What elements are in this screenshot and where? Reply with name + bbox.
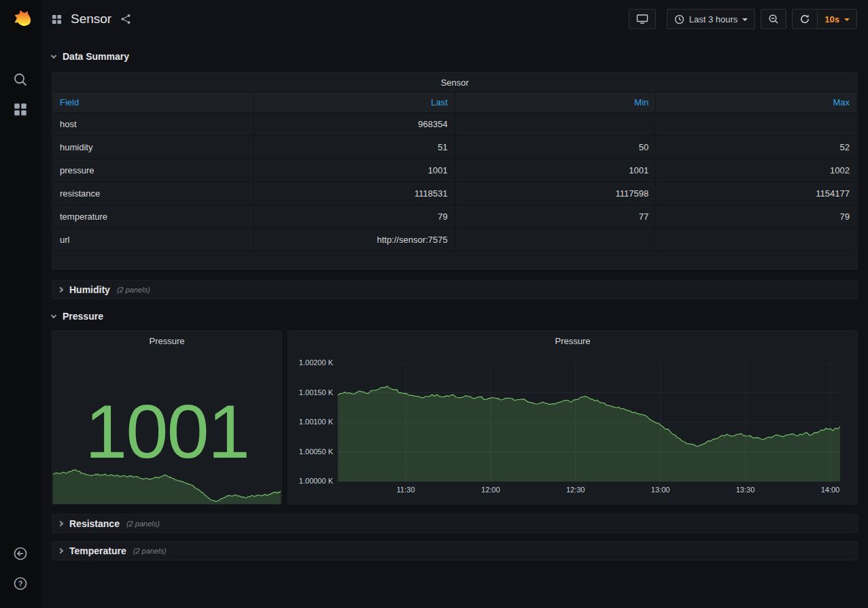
- table-cell: 50: [455, 136, 656, 159]
- grafana-app: ? Sensor: [0, 0, 868, 608]
- table-cell: humidity: [53, 136, 254, 159]
- row-header-temperature[interactable]: Temperature (2 panels): [52, 541, 858, 560]
- table-cell: 79: [656, 205, 857, 229]
- pressure-panel-row: Pressure 1001 Pressure 1.00200 K1.00150 …: [52, 331, 858, 505]
- dashboard-title[interactable]: Sensor: [71, 12, 111, 27]
- table-cell: 1001: [254, 159, 455, 182]
- x-axis-tick-label: 13:30: [736, 486, 755, 494]
- tv-mode-button[interactable]: [629, 9, 656, 29]
- table-cell: temperature: [53, 205, 254, 229]
- time-range-picker[interactable]: Last 3 hours: [667, 9, 756, 29]
- zoom-out-icon: [768, 14, 779, 24]
- x-axis-tick-label: 11:30: [397, 486, 415, 494]
- chevron-right-icon: [58, 287, 63, 292]
- column-header-last[interactable]: Last: [254, 92, 455, 113]
- table-cell: 1118531: [254, 182, 455, 205]
- row-label: Temperature: [69, 545, 126, 556]
- chevron-down-icon: [51, 52, 56, 58]
- table-cell: 77: [455, 205, 656, 229]
- help-icon: ?: [13, 576, 28, 591]
- chevron-right-icon: [58, 548, 63, 554]
- row-header-resistance[interactable]: Resistance (2 panels): [52, 514, 858, 533]
- table-row: humidity515052: [53, 136, 857, 159]
- refresh-icon: [799, 14, 810, 24]
- row-label: Resistance: [69, 518, 120, 529]
- sensor-table-body: host968354humidity515052pressure10011001…: [53, 113, 857, 252]
- svg-text:?: ?: [18, 579, 23, 588]
- table-cell: http://sensor:7575: [254, 229, 455, 252]
- table-cell: [455, 113, 656, 136]
- row-header-data-summary[interactable]: Data Summary: [52, 48, 858, 65]
- y-axis-tick-label: 1.00200 K: [299, 358, 333, 367]
- top-navbar: Sensor Last 3 h: [41, 0, 868, 38]
- x-axis-tick-label: 12:30: [566, 486, 585, 494]
- table-cell: [656, 113, 857, 136]
- sensor-table: FieldLastMinMax host968354humidity515052…: [52, 92, 857, 252]
- table-row: urlhttp://sensor:7575: [53, 229, 857, 252]
- x-axis-tick-label: 13:00: [651, 486, 670, 494]
- table-cell: 1154177: [656, 182, 857, 205]
- sidebar-item-dashboards[interactable]: [0, 95, 41, 124]
- panel-title[interactable]: Pressure: [288, 331, 857, 350]
- column-header-max[interactable]: Max: [656, 92, 857, 113]
- sensor-table-head: FieldLastMinMax: [53, 92, 857, 113]
- sidebar-item-sign-in[interactable]: [0, 539, 41, 569]
- table-cell: [455, 229, 656, 252]
- navbar-left: Sensor: [52, 12, 131, 27]
- table-row: pressure100110011002: [53, 159, 857, 182]
- table-cell: host: [53, 113, 254, 136]
- sensor-table-head-row: FieldLastMinMax: [53, 92, 857, 113]
- dashboard-canvas: Data Summary Sensor FieldLastMinMax host…: [41, 38, 868, 608]
- table-cell: 1117598: [455, 182, 656, 205]
- pressure-stat-panel: Pressure 1001: [52, 331, 282, 505]
- caret-down-icon: [844, 18, 850, 21]
- time-range-label: Last 3 hours: [689, 14, 738, 24]
- row-label: Data Summary: [63, 51, 129, 62]
- sidebar-item-search[interactable]: [0, 65, 41, 95]
- table-cell: 1001: [455, 159, 656, 182]
- table-row: temperature797779: [53, 205, 857, 229]
- sidebar: ?: [0, 0, 41, 608]
- table-cell: resistance: [53, 182, 254, 205]
- row-panel-count: (2 panels): [126, 520, 160, 528]
- row-panel-count: (2 panels): [117, 286, 150, 294]
- sidebar-item-help[interactable]: ?: [0, 569, 41, 598]
- stat-sparkline: [53, 465, 281, 504]
- main-area: Sensor Last 3 h: [41, 0, 868, 608]
- table-cell: [656, 229, 857, 252]
- grafana-logo-icon: [7, 7, 33, 33]
- table-cell: 1002: [656, 159, 857, 182]
- refresh-interval-picker[interactable]: 10s: [817, 9, 857, 29]
- pressure-graph-xaxis: 11:3012:0012:3013:0013:3014:00: [338, 486, 840, 496]
- refresh-button-group: 10s: [792, 9, 857, 29]
- apps-icon: [52, 14, 62, 24]
- sidebar-bottom: ?: [0, 539, 41, 598]
- grafana-logo[interactable]: [7, 6, 34, 33]
- clock-icon: [674, 14, 684, 24]
- pressure-graph-plot[interactable]: [338, 363, 840, 482]
- table-cell: url: [53, 229, 254, 252]
- y-axis-tick-label: 1.00150 K: [299, 388, 333, 396]
- row-header-humidity[interactable]: Humidity (2 panels): [52, 280, 858, 299]
- stat-value: 1001: [52, 394, 281, 470]
- pressure-graph-yaxis: 1.00200 K1.00150 K1.00100 K1.00050 K1.00…: [288, 363, 333, 482]
- tv-mode-icon: [636, 14, 648, 24]
- panel-title[interactable]: Sensor: [52, 73, 857, 92]
- refresh-button[interactable]: [792, 9, 818, 29]
- dashboards-icon: [14, 103, 27, 116]
- x-axis-tick-label: 12:00: [481, 486, 500, 494]
- column-header-min[interactable]: Min: [455, 92, 656, 113]
- row-header-pressure[interactable]: Pressure: [52, 307, 858, 325]
- table-cell: 968354: [254, 113, 455, 136]
- column-header-field[interactable]: Field: [53, 92, 254, 113]
- chevron-right-icon: [58, 521, 63, 526]
- search-icon: [13, 72, 28, 87]
- table-row: resistance111853111175981154177: [53, 182, 857, 205]
- caret-down-icon: [742, 18, 748, 21]
- panel-title[interactable]: Pressure: [52, 331, 281, 350]
- y-axis-tick-label: 1.00050 K: [299, 447, 333, 456]
- zoom-out-button[interactable]: [761, 9, 786, 29]
- table-cell: 52: [656, 136, 857, 159]
- share-alt-icon[interactable]: [120, 14, 131, 24]
- table-cell: 51: [254, 136, 455, 159]
